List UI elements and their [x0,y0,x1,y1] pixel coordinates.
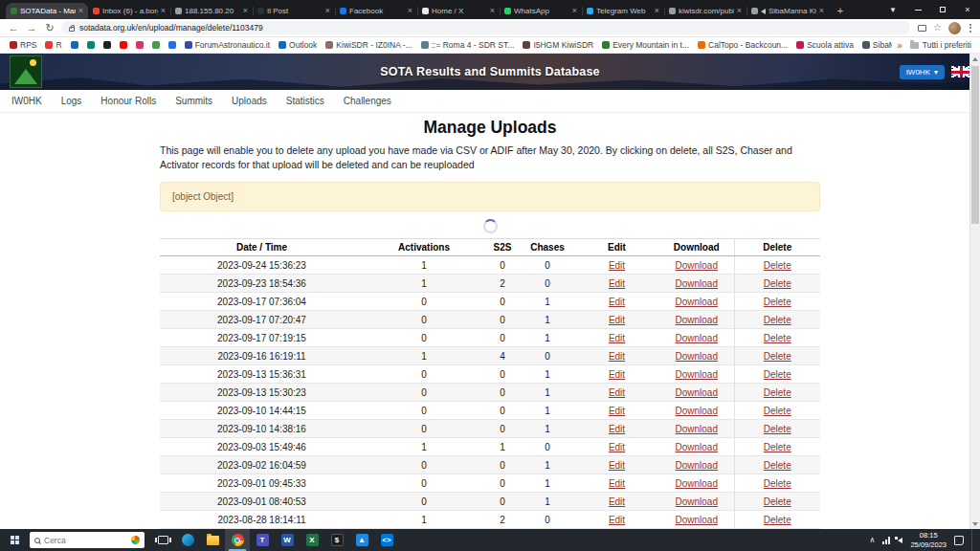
edit-link[interactable]: Edit [609,297,625,307]
browser-tab[interactable]: SibaManna KiwiS... × [746,3,829,19]
delete-link[interactable]: Delete [764,460,791,471]
edit-link[interactable]: Edit [609,387,625,398]
bookmark-item[interactable]: Every Mountain in t... [598,39,693,51]
bookmark-item[interactable]: RPS [6,39,40,51]
bookmark-item[interactable]: ::= Roma 4 - SDR ST... [417,39,519,51]
download-link[interactable]: Download [676,297,718,307]
tab-close-icon[interactable]: × [243,7,248,15]
bookmark-item[interactable]: Scuola attiva [792,39,858,51]
edit-link[interactable]: Edit [609,424,625,434]
bookmark-item[interactable]: SibaManna KiwiSDR [858,39,892,51]
tab-close-icon[interactable]: × [490,7,495,15]
teams-app-button[interactable]: T [250,529,275,551]
delete-link[interactable]: Delete [764,351,791,362]
delete-link[interactable]: Delete [764,424,791,434]
download-link[interactable]: Download [676,424,718,434]
browser-tab[interactable]: kiwisdr.com/publ... × [664,3,746,19]
download-link[interactable]: Download [676,351,718,362]
profile-avatar[interactable] [948,22,961,34]
bookmark-item[interactable]: CalTopo - Backcoun... [694,39,791,51]
edit-link[interactable]: Edit [609,406,625,416]
refresh-icon[interactable]: ↻ [43,23,56,33]
download-link[interactable]: Download [676,460,718,471]
nav-item[interactable]: Uploads [232,96,267,106]
excel-app-button[interactable]: X [300,529,324,551]
download-link[interactable]: Download [676,369,718,380]
lock-icon[interactable] [69,27,75,32]
show-desktop-button[interactable] [971,529,975,551]
delete-link[interactable]: Delete [764,260,791,271]
new-tab-button[interactable]: + [833,3,848,18]
back-icon[interactable]: ← [7,23,20,33]
delete-link[interactable]: Delete [764,369,791,380]
edit-link[interactable]: Edit [609,460,625,471]
edit-link[interactable]: Edit [609,278,625,289]
clock[interactable]: 08:15 25/09/2023 [910,531,947,550]
delete-link[interactable]: Delete [764,333,791,343]
tab-close-icon[interactable]: × [325,7,330,15]
browser-menu-icon[interactable] [968,24,973,33]
tab-close-icon[interactable]: × [737,7,742,15]
address-bar[interactable]: sotadata.org.uk/en/upload/manage/delete/… [61,21,910,34]
scroll-up-icon[interactable] [970,54,980,64]
edit-link[interactable]: Edit [609,260,625,271]
bookmark-item[interactable] [67,40,82,50]
download-link[interactable]: Download [676,496,718,507]
delete-link[interactable]: Delete [764,442,791,452]
browser-tab[interactable]: Facebook × [335,3,417,19]
url-text[interactable]: sotadata.org.uk/en/upload/manage/delete/… [79,23,263,33]
file-explorer-button[interactable] [200,529,225,551]
edit-link[interactable]: Edit [609,442,625,452]
browser-tab[interactable]: SOTAData - Mana... × [6,3,88,19]
browser-tab[interactable]: Inbox (6) - a.borgn... × [88,3,170,19]
delete-link[interactable]: Delete [764,406,791,416]
action-center-icon[interactable] [954,536,964,545]
hidden-icons-chevron[interactable]: ∧ [870,536,876,544]
tab-close-icon[interactable]: × [655,7,659,15]
network-icon[interactable] [882,537,890,544]
vscode-app-button[interactable]: <> [374,529,399,551]
search-input[interactable] [44,536,127,545]
tab-close-icon[interactable]: × [572,7,577,15]
maximize-button[interactable] [930,0,955,19]
scroll-down-icon[interactable] [970,518,980,529]
edit-link[interactable]: Edit [609,496,625,507]
start-button[interactable] [0,529,29,551]
delete-link[interactable]: Delete [764,478,791,489]
bookmark-item[interactable]: KiwiSDR - IZ0INA -... [322,39,415,51]
bookmark-item[interactable] [132,40,147,50]
download-link[interactable]: Download [676,260,718,271]
browser-tab[interactable]: Home / X × [417,3,500,19]
scrollbar-thumb[interactable] [971,66,979,224]
bookmark-item[interactable] [116,40,131,50]
browser-tab[interactable]: 188.155.80.20 × [170,3,253,19]
edit-link[interactable]: Edit [609,315,625,325]
photos-app-button[interactable]: ▲ [349,529,374,551]
install-app-icon[interactable] [918,25,926,32]
delete-link[interactable]: Delete [764,315,791,325]
uk-flag-icon[interactable] [951,66,970,77]
tab-close-icon[interactable]: × [819,7,824,15]
nav-item[interactable]: Honour Rolls [100,96,156,106]
nav-item[interactable]: Summits [175,96,212,106]
user-menu-button[interactable]: IW0HK ▾ [900,65,945,79]
terminal-app-button[interactable]: $ [324,529,349,551]
bookmark-item[interactable]: Outlook [275,39,321,51]
download-link[interactable]: Download [676,478,718,489]
download-link[interactable]: Download [676,387,718,398]
bookmark-item[interactable]: R [41,39,65,51]
nav-item[interactable]: Challenges [344,96,391,106]
tab-close-icon[interactable]: × [78,7,83,15]
edit-link[interactable]: Edit [609,478,625,489]
bookmark-star-icon[interactable]: ☆ [933,23,942,33]
nav-item[interactable]: IW0HK [11,96,42,106]
download-link[interactable]: Download [676,333,718,343]
page-scrollbar[interactable] [969,54,980,529]
edit-link[interactable]: Edit [609,351,625,362]
bookmark-item[interactable] [165,40,180,50]
tab-close-icon[interactable]: × [161,7,166,15]
minimize-button[interactable] [905,0,930,19]
delete-link[interactable]: Delete [764,297,791,307]
chrome-app-button[interactable] [225,529,250,551]
download-link[interactable]: Download [676,315,718,325]
